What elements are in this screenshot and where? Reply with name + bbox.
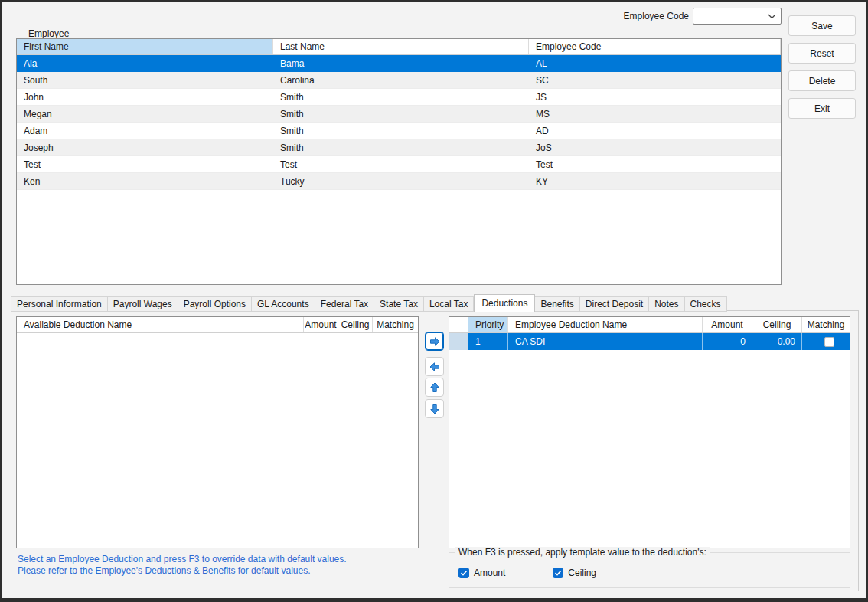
employee-row-ad[interactable]: AdamSmithAD [17, 123, 781, 139]
employee-deduction-row[interactable]: 1 CA SDI 0 0.00 [449, 333, 850, 350]
employee-row-ky[interactable]: KenTuckyKY [17, 173, 781, 190]
employee-list-body: AlaBamaALSouthCarolinaSCJohnSmithJSMegan… [17, 55, 781, 190]
employee-code-label: Employee Code [591, 11, 689, 21]
employee-cell: Joseph [17, 139, 273, 155]
column-header-matching[interactable]: Matching [373, 317, 418, 332]
employee-cell: Carolina [273, 72, 529, 88]
employee-cell: SC [529, 72, 781, 88]
tab-payroll-options[interactable]: Payroll Options [178, 296, 252, 312]
employee-cell: Adam [17, 123, 273, 139]
priority-cell: 1 [468, 333, 508, 350]
employee-listview[interactable]: First Name Last Name Employee Code AlaBa… [16, 38, 782, 285]
employee-cell: Smith [273, 139, 529, 155]
employee-row-sc[interactable]: SouthCarolinaSC [17, 72, 781, 89]
reset-button[interactable]: Reset [788, 43, 856, 64]
employee-code-combobox[interactable] [693, 8, 782, 25]
column-header-employee-deduction-name[interactable]: Employee Deduction Name [508, 317, 703, 332]
employee-row-ms[interactable]: MeganSmithMS [17, 106, 781, 123]
tab-deductions[interactable]: Deductions [474, 294, 535, 312]
employee-cell: Tucky [273, 173, 529, 189]
deduction-name-cell: CA SDI [508, 333, 703, 350]
employee-groupbox-title: Employee [25, 28, 72, 39]
arrow-up-icon [429, 381, 441, 394]
employee-cell: Smith [273, 89, 529, 105]
employee-cell: Test [17, 156, 273, 172]
tab-state-tax[interactable]: State Tax [374, 296, 424, 312]
available-deductions-header: Available Deduction Name Amount Ceiling … [17, 317, 418, 333]
employee-cell: John [17, 89, 273, 105]
exit-button[interactable]: Exit [788, 98, 856, 119]
f3-instructions: Select an Employee Deduction and press F… [18, 554, 431, 577]
amount-checkbox[interactable] [458, 568, 469, 578]
ceiling-cell[interactable]: 0.00 [752, 333, 802, 350]
employee-cell: JoS [529, 139, 781, 155]
employee-cell: KY [529, 173, 781, 189]
f3-options-title: When F3 is pressed, apply template value… [455, 547, 710, 558]
tab-personal-information[interactable]: Personal Information [11, 296, 108, 312]
employee-cell: Ala [17, 55, 273, 71]
column-header-amount[interactable]: Amount [703, 317, 752, 332]
amount-checkbox-label: Amount [474, 568, 505, 578]
f3-options-row: Amount Ceiling [449, 568, 850, 578]
employee-cell: Test [529, 156, 781, 172]
ceiling-checkbox-label: Ceiling [568, 568, 596, 578]
amount-cell[interactable]: 0 [703, 333, 752, 350]
column-header-row-selector[interactable] [449, 317, 468, 332]
column-header-ceiling[interactable]: Ceiling [338, 317, 373, 332]
column-header-available-deduction-name[interactable]: Available Deduction Name [17, 317, 304, 332]
app-window: Employee Code Save Reset Delete Exit Emp… [0, 0, 868, 602]
tab-strip: Personal InformationPayroll WagesPayroll… [11, 293, 727, 312]
move-up-button[interactable] [425, 378, 444, 397]
column-header-first-name[interactable]: First Name [17, 39, 273, 54]
employee-row-test[interactable]: TestTestTest [17, 156, 781, 173]
tab-gl-accounts[interactable]: GL Accounts [252, 296, 315, 312]
employee-row-js[interactable]: JohnSmithJS [17, 89, 781, 106]
tab-notes[interactable]: Notes [649, 296, 684, 312]
employee-cell: MS [529, 106, 781, 122]
arrow-right-icon [429, 335, 441, 348]
row-selector-cell[interactable] [449, 333, 468, 350]
employee-cell: AD [529, 123, 781, 139]
available-deductions-listview[interactable]: Available Deduction Name Amount Ceiling … [16, 316, 419, 548]
column-header-matching[interactable]: Matching [802, 317, 850, 332]
column-header-priority[interactable]: Priority [468, 317, 508, 332]
checkmark-icon [460, 569, 468, 577]
employee-cell: Smith [273, 106, 529, 122]
tab-direct-deposit[interactable]: Direct Deposit [580, 296, 649, 312]
column-header-ceiling[interactable]: Ceiling [752, 317, 802, 332]
employee-cell: Test [273, 156, 529, 172]
ceiling-checkbox[interactable] [553, 568, 563, 578]
employee-cell: Bama [273, 55, 529, 71]
tab-payroll-wages[interactable]: Payroll Wages [108, 296, 178, 312]
column-header-employee-code[interactable]: Employee Code [529, 39, 781, 54]
deductions-tab-page: Available Deduction Name Amount Ceiling … [11, 310, 859, 591]
employee-cell: Smith [273, 123, 529, 139]
tab-federal-tax[interactable]: Federal Tax [315, 296, 374, 312]
move-left-button[interactable] [425, 357, 444, 376]
delete-button[interactable]: Delete [788, 70, 856, 91]
employee-groupbox: Employee First Name Last Name Employee C… [11, 34, 782, 286]
tab-checks[interactable]: Checks [685, 296, 727, 312]
tab-local-tax[interactable]: Local Tax [424, 296, 474, 312]
employee-cell: JS [529, 89, 781, 105]
column-header-last-name[interactable]: Last Name [273, 39, 529, 54]
move-down-button[interactable] [425, 399, 444, 418]
employee-deductions-grid[interactable]: Priority Employee Deduction Name Amount … [449, 316, 850, 548]
employee-row-al[interactable]: AlaBamaAL [17, 55, 781, 72]
arrow-down-icon [429, 403, 441, 415]
column-header-amount[interactable]: Amount [304, 317, 338, 332]
save-button[interactable]: Save [788, 15, 856, 36]
move-right-button[interactable] [425, 332, 444, 351]
checkmark-icon [554, 569, 562, 577]
employee-row-jos[interactable]: JosephSmithJoS [17, 139, 781, 156]
employee-cell: AL [529, 55, 781, 71]
matching-checkbox[interactable] [824, 337, 834, 347]
arrow-left-icon [429, 361, 441, 373]
employee-cell: Ken [17, 173, 273, 189]
f3-instructions-line2: Please refer to the Employee's Deduction… [18, 565, 431, 577]
matching-cell [802, 333, 850, 350]
tab-benefits[interactable]: Benefits [535, 296, 579, 312]
chevron-down-icon [768, 14, 776, 19]
f3-options-groupbox: When F3 is pressed, apply template value… [449, 552, 850, 588]
employee-list-header: First Name Last Name Employee Code [17, 39, 781, 55]
